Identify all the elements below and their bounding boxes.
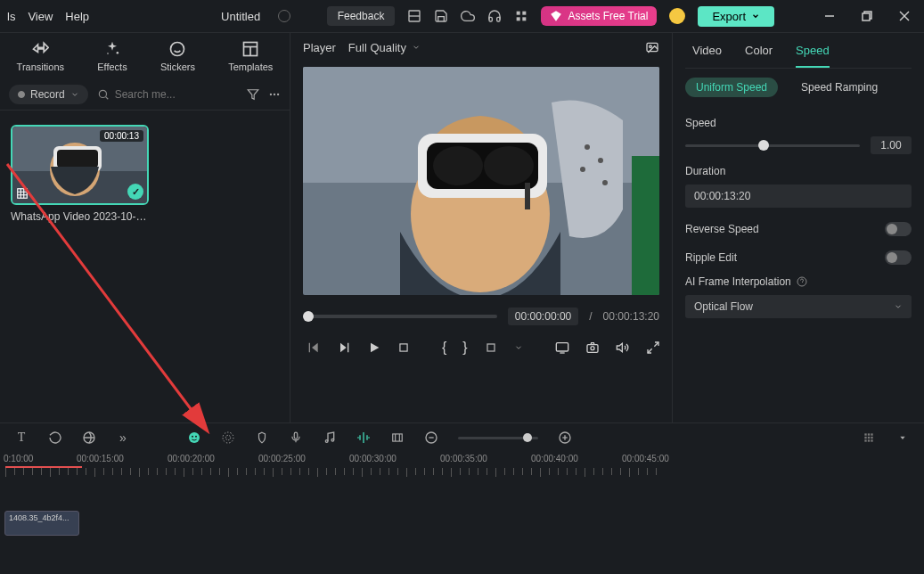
- sync-status-icon[interactable]: [278, 10, 290, 22]
- feedback-button[interactable]: Feedback: [327, 6, 396, 26]
- assets-label: Assets Free Trial: [568, 10, 648, 22]
- layout-icon[interactable]: [407, 9, 421, 23]
- titlebar: ls View Help Untitled Feedback Assets Fr…: [0, 0, 924, 32]
- headphones-icon[interactable]: [487, 9, 502, 23]
- menu-ls[interactable]: ls: [7, 10, 15, 23]
- camera-icon[interactable]: [585, 340, 600, 356]
- frame-icon[interactable]: [390, 430, 405, 445]
- menu-help[interactable]: Help: [65, 10, 89, 23]
- clip-thumbnail: 00:00:13 ✓: [12, 127, 147, 203]
- svg-rect-5: [523, 17, 527, 20]
- tab-effects[interactable]: Effects: [97, 40, 127, 72]
- speed-value[interactable]: 1.00: [871, 136, 912, 154]
- play-button[interactable]: [367, 340, 381, 356]
- globe-icon[interactable]: [82, 430, 96, 445]
- crop-icon[interactable]: [484, 340, 498, 356]
- subtab-uniform[interactable]: Uniform Speed: [685, 78, 778, 97]
- search-icon: [97, 88, 110, 101]
- menu-view[interactable]: View: [28, 10, 53, 23]
- playhead[interactable]: [5, 466, 82, 468]
- svg-point-46: [580, 167, 585, 172]
- mark-in-button[interactable]: {: [442, 340, 446, 356]
- display-icon[interactable]: [555, 340, 569, 356]
- timeline-clip[interactable]: 1408.35_4b2f4...: [4, 511, 79, 536]
- svg-point-35: [650, 45, 652, 48]
- ai-interpolation-dropdown[interactable]: Optical Flow: [685, 295, 912, 318]
- ripple-label: Ripple Edit: [685, 251, 737, 264]
- marker-icon[interactable]: [255, 430, 269, 445]
- tick-label: 00:00:25:00: [258, 454, 306, 463]
- record-button[interactable]: Record: [9, 85, 88, 104]
- ai-tool-icon[interactable]: [187, 430, 201, 445]
- zoom-in-button[interactable]: [558, 430, 572, 445]
- tab-transitions[interactable]: Transitions: [17, 40, 64, 72]
- zoom-slider[interactable]: [458, 437, 538, 439]
- duration-input[interactable]: [685, 184, 912, 208]
- apps-icon[interactable]: [514, 9, 528, 23]
- svg-point-44: [585, 144, 590, 150]
- check-icon: ✓: [127, 184, 143, 200]
- search-input[interactable]: [115, 88, 204, 101]
- quality-dropdown[interactable]: Full Quality: [348, 41, 421, 54]
- tab-speed[interactable]: Speed: [796, 44, 830, 68]
- mark-out-button[interactable]: }: [462, 340, 467, 356]
- svg-rect-90: [864, 437, 866, 439]
- speed-slider[interactable]: [685, 144, 860, 147]
- window-close[interactable]: [892, 4, 917, 29]
- timeline-track[interactable]: 1408.35_4b2f4...: [0, 477, 924, 539]
- zoom-out-button[interactable]: [424, 430, 438, 445]
- svg-point-42: [484, 146, 534, 185]
- svg-rect-48: [632, 156, 659, 295]
- tab-video[interactable]: Video: [692, 44, 722, 68]
- text-tool-icon[interactable]: T: [14, 430, 29, 445]
- svg-rect-29: [18, 189, 28, 199]
- timeline-ruler[interactable]: 0:10:00 00:00:15:00 00:00:20:00 00:00:25…: [0, 452, 924, 477]
- assets-trial-button[interactable]: Assets Free Trial: [541, 6, 657, 26]
- media-clip[interactable]: 00:00:13 ✓: [11, 125, 149, 205]
- volume-icon[interactable]: [616, 340, 630, 356]
- mic-icon[interactable]: [289, 430, 303, 445]
- caret-down-icon[interactable]: [895, 430, 910, 445]
- cloud-download-icon[interactable]: [461, 9, 475, 23]
- svg-rect-71: [294, 432, 298, 439]
- slider-handle[interactable]: [758, 140, 769, 151]
- profile-avatar[interactable]: [669, 8, 685, 24]
- grid-view-icon[interactable]: [862, 430, 876, 445]
- scrubber[interactable]: [303, 315, 497, 318]
- magnetic-icon[interactable]: [356, 430, 371, 445]
- speed-subtabs: Uniform Speed Speed Ramping: [685, 69, 912, 106]
- save-icon[interactable]: [434, 9, 448, 23]
- svg-marker-53: [371, 343, 379, 353]
- subtab-ramping[interactable]: Speed Ramping: [790, 78, 888, 97]
- tick-label: 0:10:00: [4, 454, 33, 463]
- step-back-button[interactable]: [337, 340, 351, 356]
- chevron-down-icon[interactable]: [514, 340, 523, 356]
- window-minimize[interactable]: [817, 4, 842, 29]
- total-time: 00:00:13:20: [603, 310, 659, 323]
- more-tools-icon[interactable]: »: [116, 430, 130, 445]
- main-row: Transitions Effects Stickers Templates R…: [0, 32, 924, 422]
- tab-color[interactable]: Color: [745, 44, 773, 68]
- timeline-panel: T » 0:10:00 00:00:15:00 00:00:20:00 00:0…: [0, 422, 924, 572]
- more-icon[interactable]: [268, 88, 281, 101]
- ripple-toggle[interactable]: [885, 250, 912, 265]
- preview-viewport[interactable]: [303, 67, 659, 295]
- speed-tool-icon[interactable]: [221, 430, 235, 445]
- reverse-toggle[interactable]: [885, 222, 912, 236]
- time-sep: /: [589, 310, 592, 323]
- prev-frame-button[interactable]: [307, 340, 321, 356]
- snapshot-icon[interactable]: [645, 40, 659, 54]
- fullscreen-icon[interactable]: [646, 340, 660, 356]
- tab-stickers[interactable]: Stickers: [160, 40, 195, 72]
- scrub-handle[interactable]: [303, 311, 314, 322]
- window-maximize[interactable]: [854, 4, 879, 29]
- export-button[interactable]: Export: [698, 6, 774, 27]
- tab-templates[interactable]: Templates: [228, 40, 273, 72]
- rotate-icon[interactable]: [48, 430, 62, 445]
- svg-line-62: [648, 348, 652, 353]
- svg-point-69: [225, 435, 230, 439]
- filter-icon[interactable]: [247, 88, 259, 101]
- help-icon[interactable]: [797, 276, 807, 287]
- audio-icon[interactable]: [323, 430, 337, 445]
- stop-button[interactable]: [397, 340, 410, 356]
